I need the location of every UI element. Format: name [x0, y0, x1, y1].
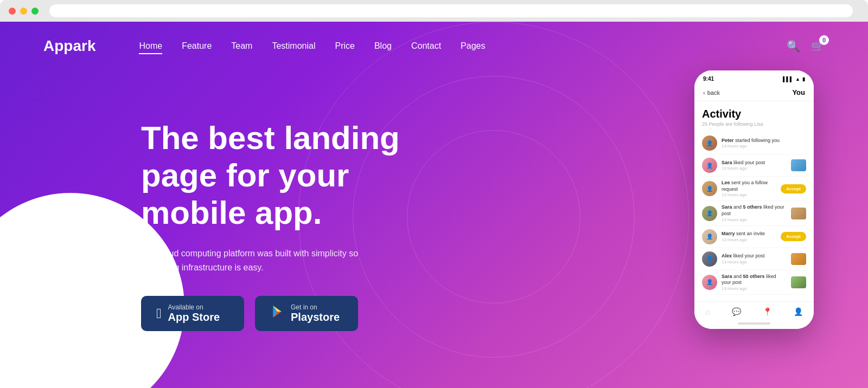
- back-label: back: [707, 89, 720, 96]
- avatar: 👤: [702, 135, 717, 151]
- activity-info: Marry sent an invite 13 hours ago: [722, 231, 776, 242]
- activity-thumbnail: [791, 208, 806, 219]
- activity-thumbnail: [791, 253, 806, 265]
- signal-icon: ▌▌▌: [783, 76, 793, 82]
- phone-you-label: You: [792, 88, 805, 96]
- activity-time: 13 hours ago: [722, 237, 776, 242]
- activity-item: 👤 Alex liked your post 13 hours ago: [702, 248, 806, 270]
- phone-content: Activity 25 People are following Lisa 👤 …: [694, 101, 814, 301]
- nav-link-team[interactable]: Team: [231, 41, 252, 51]
- activity-item: 👤 Sara and 50 others liked your post 13 …: [702, 270, 806, 295]
- activity-time: 13 hours ago: [722, 166, 787, 171]
- location-nav-icon[interactable]: 📍: [763, 307, 772, 316]
- activity-info: Sara and 5 others liked your post 13 hou…: [722, 204, 787, 222]
- playstore-button-text: Get in on Playstore: [291, 303, 340, 324]
- activity-time: 13 hours ago: [722, 260, 787, 264]
- activity-text: Alex liked your post: [722, 253, 787, 260]
- activity-thumbnail: [791, 276, 806, 288]
- address-bar[interactable]: [49, 4, 853, 17]
- cart-badge: 0: [819, 35, 829, 45]
- activity-thumbnail: [791, 159, 806, 171]
- nav-link-contact[interactable]: Contact: [411, 41, 441, 51]
- activity-item: 👤 Sara and 5 others liked your post 13 h…: [702, 201, 806, 225]
- nav-link-home[interactable]: Home: [139, 41, 162, 51]
- phone-time: 9:41: [703, 76, 714, 82]
- phone-status-bar: 9:41 ▌▌▌ ▲ ▮: [694, 70, 814, 84]
- nav-link-pages[interactable]: Pages: [461, 41, 485, 51]
- activity-text: Sara liked your post: [722, 160, 787, 166]
- activity-item: 👤 Peter started following you 13 hours a…: [702, 132, 806, 154]
- activity-text: Sara and 5 others liked your post: [722, 204, 787, 217]
- appstore-small-label: Available on: [168, 303, 220, 311]
- playstore-large-label: Playstore: [291, 311, 340, 324]
- activity-text: Peter started following you: [722, 138, 806, 144]
- activity-time: 13 hours ago: [722, 286, 787, 291]
- phone-nav-bar: ‹ back You: [694, 84, 814, 101]
- maximize-button[interactable]: [31, 8, 39, 15]
- activity-time: 13 hours ago: [722, 192, 776, 197]
- navbar: Appark Home Feature Team Testimonial Pri…: [0, 22, 868, 70]
- activity-text: Lee sent you a follow request: [722, 180, 776, 192]
- phone-bottom-nav: ⌂ 💬 📍 👤: [694, 301, 814, 319]
- home-bar: [738, 322, 770, 325]
- phone-back-button[interactable]: ‹ back: [703, 89, 720, 96]
- activity-time: 13 hours ago: [722, 217, 787, 222]
- playstore-button[interactable]: Get in on Playstore: [255, 296, 358, 331]
- search-icon[interactable]: 🔍: [787, 40, 800, 53]
- avatar: 👤: [702, 251, 717, 267]
- activity-title: Activity: [702, 108, 806, 120]
- site-wrapper: Appark Home Feature Team Testimonial Pri…: [0, 22, 868, 388]
- nav-link-price[interactable]: Price: [335, 41, 354, 51]
- activity-info: Sara and 50 others liked your post 13 ho…: [722, 274, 787, 291]
- activity-info: Peter started following you 13 hours ago: [722, 138, 806, 149]
- cta-buttons:  Available on App Store: [141, 296, 445, 331]
- minimize-button[interactable]: [20, 8, 27, 15]
- activity-text: Sara and 50 others liked your post: [722, 274, 787, 286]
- playstore-small-label: Get in on: [291, 303, 340, 311]
- avatar: 👤: [702, 275, 717, 290]
- playstore-icon: [270, 305, 284, 322]
- battery-icon: ▮: [802, 76, 805, 82]
- avatar: 👤: [702, 206, 717, 221]
- phone-status-icons: ▌▌▌ ▲ ▮: [783, 76, 805, 82]
- profile-nav-icon[interactable]: 👤: [794, 307, 803, 316]
- appstore-large-label: App Store: [168, 311, 220, 324]
- phone-mockup: 9:41 ▌▌▌ ▲ ▮ ‹ back You Activity 25 Peop…: [694, 70, 814, 329]
- appstore-button[interactable]:  Available on App Store: [141, 296, 244, 331]
- browser-chrome: [0, 0, 868, 22]
- activity-item: 👤 Marry sent an invite 13 hours ago Acce…: [702, 226, 806, 248]
- activity-item: 👤 Lee sent you a follow request 13 hours…: [702, 177, 806, 201]
- home-nav-icon[interactable]: ⌂: [705, 307, 710, 316]
- avatar: 👤: [702, 181, 717, 196]
- activity-subtitle: 25 People are following Lisa: [702, 121, 806, 127]
- phone-mockup-area: 9:41 ▌▌▌ ▲ ▮ ‹ back You Activity 25 Peop…: [694, 70, 814, 329]
- close-button[interactable]: [9, 8, 16, 15]
- nav-links: Home Feature Team Testimonial Price Blog…: [139, 41, 787, 51]
- activity-info: Sara liked your post 13 hours ago: [722, 160, 787, 171]
- home-indicator: [694, 319, 814, 329]
- accept-button[interactable]: Accept: [781, 232, 806, 241]
- nav-right: 🔍 🛒 0: [787, 40, 825, 53]
- accept-button[interactable]: Accept: [781, 184, 806, 193]
- nav-link-testimonial[interactable]: Testimonial: [272, 41, 315, 51]
- activity-time: 13 hours ago: [722, 144, 806, 148]
- hero-title: The best landing page for your mobile ap…: [141, 119, 445, 231]
- hero-text: The best landing page for your mobile ap…: [141, 103, 445, 331]
- wifi-icon: ▲: [795, 76, 800, 82]
- logo[interactable]: Appark: [43, 37, 95, 55]
- avatar: 👤: [702, 158, 717, 173]
- cart-icon[interactable]: 🛒 0: [811, 40, 825, 53]
- appstore-button-text: Available on App Store: [168, 303, 220, 324]
- nav-link-feature[interactable]: Feature: [182, 41, 212, 51]
- activity-info: Lee sent you a follow request 13 hours a…: [722, 180, 776, 197]
- activity-info: Alex liked your post 13 hours ago: [722, 253, 787, 264]
- apple-icon: : [156, 305, 162, 322]
- activity-item: 👤 Sara liked your post 13 hours ago: [702, 154, 806, 177]
- avatar: 👤: [702, 229, 717, 244]
- message-nav-icon[interactable]: 💬: [732, 307, 741, 316]
- hero-subtitle: Our cloud computing platform was built w…: [141, 247, 374, 274]
- activity-text: Marry sent an invite: [722, 231, 776, 237]
- chevron-left-icon: ‹: [703, 89, 705, 96]
- nav-link-blog[interactable]: Blog: [374, 41, 392, 51]
